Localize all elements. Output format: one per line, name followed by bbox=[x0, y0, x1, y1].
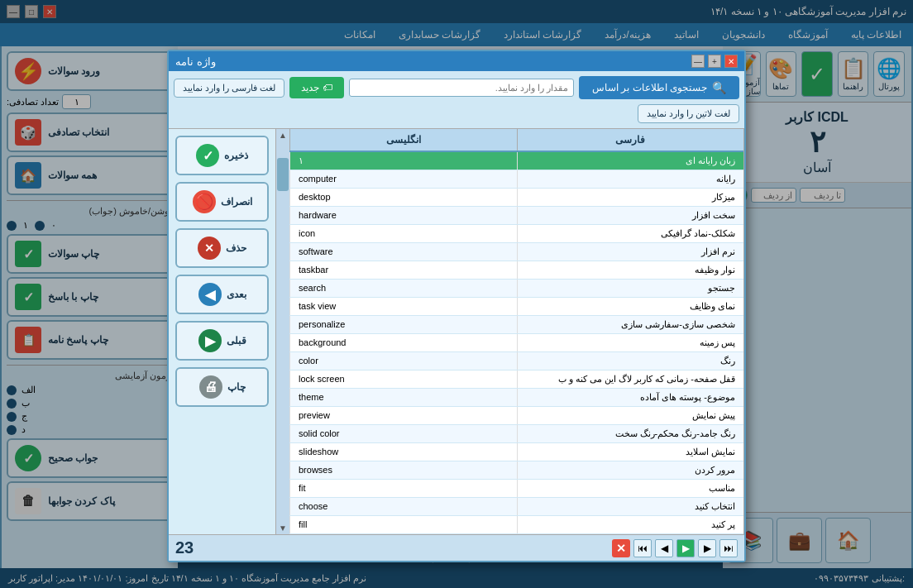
new-icon: 🏷 bbox=[323, 82, 332, 93]
cell-english: computer bbox=[289, 170, 517, 188]
cancel-action-btn[interactable]: انصراف 🚫 bbox=[175, 182, 269, 222]
cell-persian: نمایش اسلاید bbox=[517, 443, 744, 461]
modal-bottom-nav: ⏭ ▶ ▶ ◀ ⏮ ✕ 23 bbox=[169, 534, 744, 561]
table-row[interactable]: نرم افزار software bbox=[289, 243, 743, 261]
delete-action-btn[interactable]: حذف ✕ bbox=[175, 228, 269, 268]
table-row[interactable]: رنگ جامد-رنگ محکم-رنگ سخت solid color bbox=[289, 425, 743, 443]
table-row[interactable]: رایانه computer bbox=[289, 170, 743, 189]
print-action-btn[interactable]: چاپ 🖨 bbox=[175, 367, 269, 407]
search-input[interactable] bbox=[349, 79, 574, 97]
cell-english: personalize bbox=[289, 316, 517, 333]
table-row[interactable]: پر کنید fill bbox=[289, 516, 743, 534]
cell-english: theme bbox=[289, 389, 517, 406]
cell-english: background bbox=[289, 334, 517, 351]
table-body: زبان رایانه ای ۱ رایانه computer میزکار … bbox=[289, 152, 743, 534]
modal-toolbar: 🔍 جستجوی اطلاعات بر اساس 🏷 جدید لغت فارس… bbox=[169, 71, 744, 129]
cell-english: solid color bbox=[289, 425, 517, 442]
cell-english: preview bbox=[289, 407, 517, 424]
table-row[interactable]: موضوع- پوسته های آماده theme bbox=[289, 389, 743, 407]
col-english: انگلیسی bbox=[289, 129, 517, 151]
table-row[interactable]: نمایش اسلاید slideshow bbox=[289, 443, 743, 461]
nav-prev-btn[interactable]: ◀ bbox=[655, 539, 673, 557]
print-icon: 🖨 bbox=[199, 375, 222, 399]
prev-icon: ▶ bbox=[198, 329, 222, 352]
cell-english: ۱ bbox=[289, 152, 517, 170]
cell-english: task view bbox=[289, 298, 517, 315]
table-row[interactable]: سخت افزار hardware bbox=[289, 207, 743, 225]
cell-english: choose bbox=[289, 498, 517, 515]
app-wrapper: نرم افزار مدیریت آموزشگاهی ۱۰ و ۱ نسخه ۱… bbox=[0, 0, 913, 588]
modal-title: واژه نامه bbox=[175, 55, 216, 68]
nav-next-btn[interactable]: ▶ bbox=[698, 539, 716, 557]
table-row[interactable]: شکلک-نماد گرافیکی icon bbox=[289, 225, 743, 243]
table-row[interactable]: پس زمینه background bbox=[289, 334, 743, 352]
modal-body: فارسی انگلیسی زبان رایانه ای ۱ رایانه co… bbox=[169, 129, 744, 534]
cell-persian: سخت افزار bbox=[517, 207, 744, 224]
table-row[interactable]: قفل صفحه- زمانی که کاربر لاگ این می کنه … bbox=[289, 370, 743, 389]
cell-english: lock screen bbox=[289, 370, 517, 388]
cell-persian: رایانه bbox=[517, 170, 744, 188]
table-row[interactable]: مناسب fit bbox=[289, 480, 743, 498]
cell-persian: پیش نمایش bbox=[517, 407, 744, 424]
cancel-icon: 🚫 bbox=[193, 190, 216, 213]
table-row[interactable]: پیش نمایش preview bbox=[289, 407, 743, 425]
search-btn[interactable]: 🔍 جستجوی اطلاعات بر اساس bbox=[579, 76, 739, 99]
vocab-table: فارسی انگلیسی زبان رایانه ای ۱ رایانه co… bbox=[289, 129, 744, 534]
nav-first-btn[interactable]: ⏮ bbox=[633, 539, 652, 557]
col-persian: فارسی bbox=[517, 129, 744, 151]
scroll-thumb[interactable] bbox=[277, 158, 289, 191]
table-row[interactable]: مرور کردن browses bbox=[289, 461, 743, 480]
nav-close-btn[interactable]: ✕ bbox=[612, 539, 630, 557]
cell-persian: قفل صفحه- زمانی که کاربر لاگ این می کنه … bbox=[517, 370, 744, 388]
new-btn[interactable]: 🏷 جدید bbox=[289, 77, 343, 98]
import-persian-btn[interactable]: لغت فارسی را وارد نمایید bbox=[174, 79, 284, 98]
prev-action-btn[interactable]: قبلی ▶ bbox=[175, 321, 269, 361]
cell-persian: نمای وظایف bbox=[517, 298, 744, 315]
table-header: فارسی انگلیسی bbox=[289, 129, 743, 152]
delete-icon: ✕ bbox=[198, 237, 221, 260]
table-row[interactable]: جستجو search bbox=[289, 280, 743, 298]
cell-persian: رنگ bbox=[517, 352, 744, 370]
cell-english: desktop bbox=[289, 189, 517, 206]
cell-persian: مرور کردن bbox=[517, 461, 744, 479]
table-row[interactable]: زبان رایانه ای ۱ bbox=[289, 152, 743, 170]
next-icon: ◀ bbox=[198, 283, 222, 306]
save-icon: ✓ bbox=[196, 144, 219, 167]
modal-close-btn[interactable]: ✕ bbox=[724, 55, 738, 68]
modal-overlay: — + ✕ واژه نامه 🔍 جستجوی اطلاعات بر اساس… bbox=[0, 0, 913, 588]
table-row[interactable]: میزکار desktop bbox=[289, 189, 743, 207]
cell-english: search bbox=[289, 280, 517, 297]
cell-english: fill bbox=[289, 516, 517, 533]
table-row[interactable]: رنگ color bbox=[289, 352, 743, 370]
table-row[interactable]: نوار وظیفه taskbar bbox=[289, 261, 743, 280]
cell-english: hardware bbox=[289, 207, 517, 224]
modal-maximize-btn[interactable]: + bbox=[708, 55, 721, 68]
cell-persian: نرم افزار bbox=[517, 243, 744, 261]
import-latin-btn[interactable]: لغت لاتین را وارد نمایید bbox=[638, 104, 739, 123]
cell-persian: رنگ جامد-رنگ محکم-رنگ سخت bbox=[517, 425, 744, 442]
modal-minimize-btn[interactable]: — bbox=[691, 55, 705, 68]
action-panel: ذخیره ✓ انصراف 🚫 حذف ✕ بعدی ◀ bbox=[169, 129, 276, 534]
table-row[interactable]: نمای وظایف task view bbox=[289, 298, 743, 316]
vocabulary-modal: — + ✕ واژه نامه 🔍 جستجوی اطلاعات بر اساس… bbox=[167, 50, 746, 562]
modal-controls: — + ✕ bbox=[691, 55, 738, 68]
cell-persian: انتخاب کنید bbox=[517, 498, 744, 515]
cell-persian: شکلک-نماد گرافیکی bbox=[517, 225, 744, 242]
cell-persian: میزکار bbox=[517, 189, 744, 206]
table-row[interactable]: انتخاب کنید choose bbox=[289, 498, 743, 516]
cell-english: color bbox=[289, 352, 517, 370]
nav-play-btn[interactable]: ▶ bbox=[676, 539, 695, 557]
cell-english: icon bbox=[289, 225, 517, 242]
next-action-btn[interactable]: بعدی ◀ bbox=[175, 275, 269, 314]
table-scrollbar[interactable]: ▲ ▼ bbox=[276, 129, 289, 534]
cell-english: taskbar bbox=[289, 261, 517, 279]
save-action-btn[interactable]: ذخیره ✓ bbox=[175, 136, 269, 175]
page-num-display: 23 bbox=[175, 538, 194, 557]
nav-last-btn[interactable]: ⏭ bbox=[719, 539, 738, 557]
modal-title-bar: — + ✕ واژه نامه bbox=[169, 51, 744, 71]
search-icon: 🔍 bbox=[712, 81, 726, 94]
table-row[interactable]: شخصی سازی-سفارشی سازی personalize bbox=[289, 316, 743, 334]
cell-english: fit bbox=[289, 480, 517, 497]
cell-english: browses bbox=[289, 461, 517, 479]
cell-persian: نوار وظیفه bbox=[517, 261, 744, 279]
